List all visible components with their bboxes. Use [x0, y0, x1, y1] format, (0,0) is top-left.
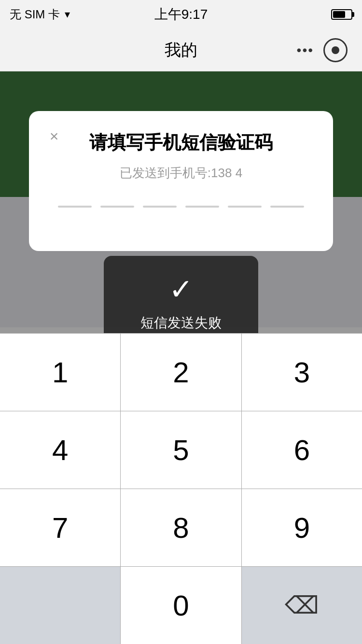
scan-icon [332, 46, 339, 54]
delete-button[interactable] [242, 567, 362, 644]
code-digit-3[interactable] [143, 206, 177, 208]
code-digit-5[interactable] [228, 206, 262, 208]
key-5[interactable]: 5 [121, 411, 241, 489]
nav-title: 我的 [165, 39, 197, 61]
numpad-row-3: 7 8 9 [0, 489, 362, 566]
status-time: 上午9:17 [154, 5, 208, 24]
status-left: 无 SIM 卡 ▾ [10, 7, 70, 22]
key-3[interactable]: 3 [242, 334, 362, 411]
sms-verification-modal: × 请填写手机短信验证码 已发送到手机号:138 4 [29, 111, 333, 251]
backspace-icon [287, 595, 316, 616]
numpad-row-4: 0 [0, 566, 362, 644]
key-8[interactable]: 8 [121, 489, 241, 566]
numpad-row-2: 4 5 6 [0, 411, 362, 489]
more-button[interactable]: ••• [297, 42, 314, 58]
toast-checkmark: ✓ [169, 275, 193, 304]
status-bar: 无 SIM 卡 ▾ 上午9:17 [0, 0, 362, 29]
key-2[interactable]: 2 [121, 334, 241, 411]
modal-title: 请填写手机短信验证码 [53, 130, 309, 155]
code-digit-1[interactable] [58, 206, 92, 208]
code-digit-4[interactable] [185, 206, 219, 208]
numpad: 1 2 3 4 5 6 7 8 9 0 [0, 333, 362, 644]
numpad-row-1: 1 2 3 [0, 333, 362, 411]
key-0[interactable]: 0 [121, 567, 241, 644]
key-6[interactable]: 6 [242, 411, 362, 489]
close-button[interactable]: × [43, 126, 65, 147]
wifi-icon: ▾ [65, 8, 70, 21]
code-digit-2[interactable] [100, 206, 134, 208]
key-empty [0, 567, 121, 644]
battery-icon [331, 9, 352, 20]
modal-subtitle: 已发送到手机号:138 4 [53, 165, 309, 182]
carrier-label: 无 SIM 卡 [10, 7, 60, 22]
key-1[interactable]: 1 [0, 334, 121, 411]
scan-button[interactable] [323, 38, 348, 62]
toast-message: 短信发送失败 [140, 314, 222, 332]
battery-fill [333, 11, 345, 18]
status-right [331, 9, 352, 20]
key-4[interactable]: 4 [0, 411, 121, 489]
key-9[interactable]: 9 [242, 489, 362, 566]
key-7[interactable]: 7 [0, 489, 121, 566]
nav-bar: 我的 ••• [0, 29, 362, 71]
code-digit-6[interactable] [270, 206, 304, 208]
code-input-area [53, 206, 309, 208]
